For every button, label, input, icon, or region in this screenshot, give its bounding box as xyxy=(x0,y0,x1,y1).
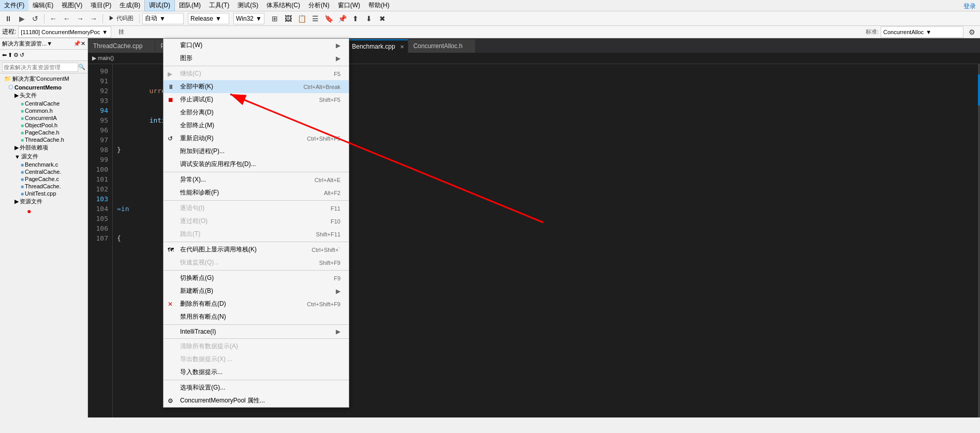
pause-button[interactable]: ⏸ xyxy=(2,13,14,24)
tree-concurrenta-h[interactable]: ■ ConcurrentA xyxy=(0,114,87,122)
menu-item-properties[interactable]: ⚙ ConcurrentMemoryPool 属性... xyxy=(164,394,349,407)
menu-item-new-bp[interactable]: 新建断点(B) ▶ xyxy=(164,285,349,297)
nav-refresh[interactable]: ↺ xyxy=(20,52,24,58)
menu-item-delete-all-bp[interactable]: ✕ 删除所有断点(D) Ctrl+Shift+F9 xyxy=(164,297,349,310)
tree-unittest-cpp[interactable]: ■ UnitTest.cpp xyxy=(0,190,87,197)
menu-item-import-data-tips[interactable]: 导入数据提示... xyxy=(164,366,349,379)
nav-back2[interactable]: ← xyxy=(61,13,73,24)
menu-item-break-all[interactable]: ⏸ 全部中断(K) Ctrl+Alt+Break xyxy=(164,80,349,93)
tab-threadcache[interactable]: ThreadCache.cpp xyxy=(88,39,155,53)
tree-headers-folder[interactable]: ▶ 头文件 xyxy=(0,91,87,100)
menu-help[interactable]: 帮助(H) xyxy=(364,0,394,11)
nav-settings[interactable]: ⚙ xyxy=(13,52,19,58)
toolbar-icon4[interactable]: 🔖 xyxy=(322,13,335,24)
menu-project[interactable]: 项目(P) xyxy=(86,0,115,11)
menu-view[interactable]: 视图(V) xyxy=(57,0,86,11)
toolbar-icon8[interactable]: ✖ xyxy=(376,13,389,24)
login-button[interactable]: 登录 xyxy=(963,2,976,11)
menu-item-step-out: 跳出(T) Shift+F11 xyxy=(164,228,349,241)
solution-dropdown[interactable]: ConcurrentAlloc▼ xyxy=(881,26,963,38)
menu-architecture[interactable]: 体系结构(C) xyxy=(262,0,304,11)
external-deps-label: 外部依赖项 xyxy=(20,144,48,152)
menu-tools[interactable]: 工具(T) xyxy=(205,0,233,11)
config-dropdown[interactable]: 自动▼ xyxy=(142,13,184,24)
sidebar-close[interactable]: ✕ xyxy=(81,40,85,47)
tab-benchmark[interactable]: Benchmark.cpp ✕ xyxy=(347,39,408,53)
tree-centralcache-h[interactable]: ■ CentralCache xyxy=(0,100,87,107)
process-dropdown[interactable]: [11180] ConcurrentMemoryPoc▼ xyxy=(18,26,111,38)
sep-1 xyxy=(164,66,349,66)
menu-item-graphics[interactable]: 图形 ▶ xyxy=(164,52,349,65)
tab-concurrentalloc[interactable]: ConcurrentAlloc.h xyxy=(408,39,476,53)
attach-btn[interactable]: 挂 xyxy=(113,26,129,38)
menu-item-toggle-bp[interactable]: 切换断点(G) F9 xyxy=(164,272,349,285)
menu-item-show-callstack[interactable]: 🗺 在代码图上显示调用堆栈(K) Ctrl+Shift+` xyxy=(164,243,349,256)
menu-item-restart[interactable]: ↺ 重新启动(R) Ctrl+Shift+F5 xyxy=(164,132,349,145)
process-label: 进程: xyxy=(2,27,16,36)
right-scrollbar[interactable] xyxy=(978,64,980,417)
release-dropdown[interactable]: Release▼ xyxy=(188,13,229,24)
menu-item-stop-all[interactable]: 全部终止(M) xyxy=(164,119,349,132)
tree-solution[interactable]: 📁 解决方案'ConcurrentM xyxy=(0,74,87,83)
menu-item-stop-debug[interactable]: ⏹ 停止调试(E) Shift+F5 xyxy=(164,93,349,106)
menu-item-install-pkg[interactable]: 调试安装的应用程序包(D)... xyxy=(164,158,349,171)
break-all-icon: ⏸ xyxy=(168,83,174,91)
bookmark-btn[interactable]: ⊞ xyxy=(269,13,281,24)
menu-item-detach-all[interactable]: 全部分离(D) xyxy=(164,106,349,119)
tree-sources-folder[interactable]: ▼ 源文件 xyxy=(0,152,87,161)
menu-item-attach-process[interactable]: 附加到进程(P)... xyxy=(164,145,349,158)
nav-back[interactable]: ← xyxy=(47,13,60,24)
menu-test[interactable]: 测试(S) xyxy=(233,0,262,11)
tree-external-deps[interactable]: ▶ 外部依赖项 xyxy=(0,143,87,152)
nav-forward2[interactable]: → xyxy=(87,13,100,24)
sidebar-pin[interactable]: 📌 xyxy=(73,40,81,47)
tree-project[interactable]: ⬡ ConcurrentMemo xyxy=(0,83,87,91)
process-bar: 进程: [11180] ConcurrentMemoryPoc▼ 挂 标准: C… xyxy=(0,26,980,38)
h-file-icon6: ■ xyxy=(21,137,24,143)
menu-bar: 文件(F) 编辑(E) 视图(V) 项目(P) 生成(B) 调试(D) 团队(M… xyxy=(0,0,980,11)
toolbar-icon2[interactable]: 📋 xyxy=(295,13,308,24)
code-view-btn[interactable]: ▶ 代码图 xyxy=(106,13,137,24)
tab-benchmark-close[interactable]: ✕ xyxy=(398,43,406,50)
nav-up[interactable]: ⬆ xyxy=(8,52,12,58)
menu-item-window[interactable]: 窗口(W) ▶ xyxy=(164,39,349,52)
toolbar-icon5[interactable]: 📌 xyxy=(336,13,348,24)
tree-benchmark-cpp[interactable]: ■ Benchmark.c xyxy=(0,161,87,168)
tree-threadcache-cpp[interactable]: ■ ThreadCache. xyxy=(0,183,87,190)
callstack-icon: 🗺 xyxy=(168,246,174,253)
sidebar-search-input[interactable] xyxy=(2,63,78,72)
menu-window[interactable]: 窗口(W) xyxy=(334,0,364,11)
h-file-icon: ■ xyxy=(21,101,24,107)
tree-resources-folder[interactable]: ▶ 资源文件 xyxy=(0,197,87,206)
menu-item-options[interactable]: 选项和设置(G)... xyxy=(164,381,349,394)
platform-dropdown[interactable]: Win32▼ xyxy=(233,13,264,24)
tree-pagecache-h[interactable]: ■ PageCache.h xyxy=(0,129,87,136)
tree-objectpool-h[interactable]: ■ ObjectPool.h xyxy=(0,122,87,129)
solution-settings[interactable]: ⚙ xyxy=(966,26,978,38)
menu-item-intellitrace[interactable]: IntelliTrace(I) ▶ xyxy=(164,326,349,337)
play-button[interactable]: ▶ xyxy=(16,13,28,24)
toolbar-icon7[interactable]: ⬇ xyxy=(363,13,375,24)
menu-analyze[interactable]: 分析(N) xyxy=(304,0,334,11)
tree-pagecache-cpp[interactable]: ■ PageCache.c xyxy=(0,175,87,183)
menu-edit[interactable]: 编辑(E) xyxy=(28,0,57,11)
menu-file[interactable]: 文件(F) xyxy=(0,0,28,11)
menu-item-disable-all-bp[interactable]: 禁用所有断点(N) xyxy=(164,310,349,323)
toolbar-icon3[interactable]: ☰ xyxy=(309,13,321,24)
restart-button[interactable]: ↺ xyxy=(29,13,41,24)
toolbar-icon6[interactable]: ⬆ xyxy=(349,13,362,24)
tree-threadcache-h[interactable]: ■ ThreadCache.h xyxy=(0,136,87,143)
menu-item-perf-diag[interactable]: 性能和诊断(F) Alt+F2 xyxy=(164,186,349,199)
tree-common-h[interactable]: ■ Common.h xyxy=(0,107,87,114)
code-line-101 xyxy=(117,410,976,417)
menu-build[interactable]: 生成(B) xyxy=(115,0,144,11)
nav-home[interactable]: ⬅ xyxy=(2,52,7,58)
menu-item-exception[interactable]: 异常(X)... Ctrl+Alt+E xyxy=(164,173,349,186)
folder-icon: ▶ xyxy=(14,92,19,99)
properties-icon: ⚙ xyxy=(168,397,173,405)
menu-team[interactable]: 团队(M) xyxy=(175,0,205,11)
menu-debug[interactable]: 调试(D) xyxy=(144,0,175,11)
tree-centralcache-cpp[interactable]: ■ CentralCache. xyxy=(0,168,87,175)
toolbar-icon1[interactable]: 🖼 xyxy=(282,13,294,24)
nav-forward[interactable]: → xyxy=(74,13,86,24)
